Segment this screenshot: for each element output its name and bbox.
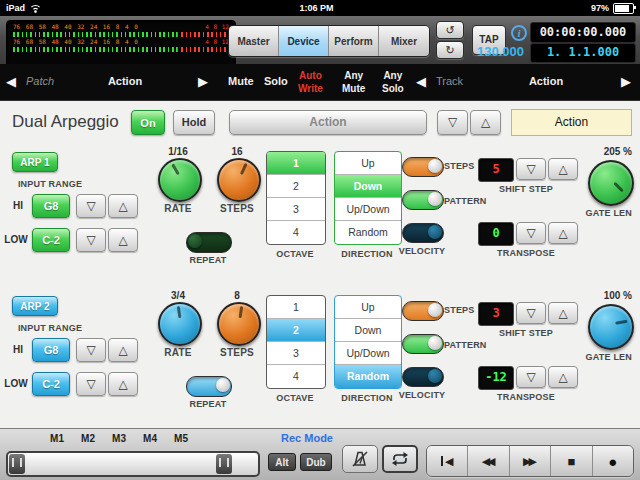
gate-length-knob[interactable] bbox=[588, 160, 634, 206]
arp1-select-button[interactable]: ARP 1 bbox=[12, 152, 58, 172]
transpose-decrement-button[interactable]: ▽ bbox=[516, 222, 546, 244]
track-action-menu[interactable]: Action bbox=[476, 75, 616, 87]
rewind-button[interactable]: ◀◀ bbox=[468, 446, 509, 476]
steps-knob[interactable] bbox=[217, 158, 261, 202]
wifi-icon bbox=[29, 3, 42, 13]
steps-toggle[interactable] bbox=[402, 301, 444, 321]
status-left: iPad bbox=[6, 3, 42, 13]
hi-note-button[interactable]: G8 bbox=[32, 338, 70, 362]
arp2-select-button[interactable]: ARP 2 bbox=[12, 296, 58, 316]
rate-knob[interactable] bbox=[158, 158, 202, 202]
low-increment-button[interactable]: △ bbox=[108, 372, 138, 396]
undo-button[interactable]: ↺ bbox=[436, 21, 464, 39]
direction-option-updown[interactable]: Up/Down bbox=[335, 198, 401, 221]
marker-m4-button[interactable]: M4 bbox=[137, 433, 163, 444]
record-button[interactable]: ● bbox=[593, 446, 633, 476]
transpose-label: TRANSPOSE bbox=[470, 392, 582, 402]
repeat-toggle[interactable] bbox=[186, 376, 232, 397]
marker-m3-button[interactable]: M3 bbox=[106, 433, 132, 444]
rate-label: RATE bbox=[148, 203, 208, 214]
any-solo-line1: Any bbox=[382, 69, 404, 82]
rec-alt-button[interactable]: Alt bbox=[268, 453, 296, 471]
direction-option-down[interactable]: Down bbox=[335, 319, 401, 342]
shift-step-increment-button[interactable]: △ bbox=[548, 302, 578, 324]
transpose-increment-button[interactable]: △ bbox=[548, 222, 578, 244]
action-supercontrol-button[interactable]: Action bbox=[511, 109, 632, 136]
pattern-toggle[interactable] bbox=[402, 190, 444, 210]
octave-option-4[interactable]: 4 bbox=[267, 221, 325, 244]
hi-increment-button[interactable]: △ bbox=[108, 194, 138, 218]
action-increment-button[interactable]: △ bbox=[470, 110, 501, 135]
octave-option-1[interactable]: 1 bbox=[267, 152, 325, 175]
mute-button[interactable]: Mute bbox=[228, 75, 254, 87]
rate-knob[interactable] bbox=[158, 302, 202, 346]
track-label: Track bbox=[436, 75, 463, 87]
rec-dub-button[interactable]: Dub bbox=[300, 453, 332, 471]
tab-master[interactable]: Master bbox=[229, 26, 279, 56]
scrubber-left-handle[interactable] bbox=[9, 454, 25, 474]
loop-button[interactable] bbox=[382, 445, 418, 473]
low-increment-button[interactable]: △ bbox=[108, 228, 138, 252]
any-solo-button[interactable]: Any Solo bbox=[382, 69, 404, 95]
auto-write-button[interactable]: Auto Write bbox=[298, 69, 323, 95]
marker-m1-button[interactable]: M1 bbox=[44, 433, 70, 444]
velocity-toggle[interactable] bbox=[402, 223, 444, 243]
steps-toggle[interactable] bbox=[402, 157, 444, 177]
hi-note-button[interactable]: G8 bbox=[32, 194, 70, 218]
transpose-increment-button[interactable]: △ bbox=[548, 366, 578, 388]
hi-increment-button[interactable]: △ bbox=[108, 338, 138, 362]
fast-forward-button[interactable]: ▶▶ bbox=[510, 446, 551, 476]
low-note-button[interactable]: C-2 bbox=[32, 228, 70, 252]
tab-mixer[interactable]: Mixer bbox=[379, 26, 429, 56]
tab-perform[interactable]: Perform bbox=[329, 26, 379, 56]
patch-next-button[interactable]: ▶ bbox=[198, 74, 208, 90]
steps-knob[interactable] bbox=[217, 302, 261, 346]
direction-option-up[interactable]: Up bbox=[335, 296, 401, 319]
octave-option-1[interactable]: 1 bbox=[267, 296, 325, 319]
direction-option-updown[interactable]: Up/Down bbox=[335, 342, 401, 365]
redo-button[interactable]: ↻ bbox=[436, 41, 464, 59]
shift-step-increment-button[interactable]: △ bbox=[548, 158, 578, 180]
repeat-toggle[interactable] bbox=[186, 232, 232, 253]
tab-device[interactable]: Device bbox=[279, 26, 329, 56]
marker-m5-button[interactable]: M5 bbox=[168, 433, 194, 444]
patch-prev-button[interactable]: ◀ bbox=[6, 74, 16, 90]
transpose-decrement-button[interactable]: ▽ bbox=[516, 366, 546, 388]
direction-option-up[interactable]: Up bbox=[335, 152, 401, 175]
track-prev-button[interactable]: ◀ bbox=[416, 74, 426, 90]
low-note-button[interactable]: C-2 bbox=[32, 372, 70, 396]
info-button[interactable]: i bbox=[511, 25, 527, 41]
direction-option-random[interactable]: Random bbox=[335, 365, 401, 388]
shift-step-decrement-button[interactable]: ▽ bbox=[516, 158, 546, 180]
octave-option-3[interactable]: 3 bbox=[267, 342, 325, 365]
arpeggio-on-button[interactable]: On bbox=[131, 110, 165, 135]
patch-action-menu[interactable]: Action bbox=[60, 75, 190, 87]
hold-button[interactable]: Hold bbox=[173, 110, 215, 135]
low-decrement-button[interactable]: ▽ bbox=[76, 228, 106, 252]
pattern-toggle[interactable] bbox=[402, 334, 444, 354]
action-decrement-button[interactable]: ▽ bbox=[437, 110, 468, 135]
hi-decrement-button[interactable]: ▽ bbox=[76, 194, 106, 218]
hi-decrement-button[interactable]: ▽ bbox=[76, 338, 106, 362]
action-dropdown[interactable]: Action bbox=[229, 110, 427, 135]
gate-length-knob[interactable] bbox=[588, 304, 634, 350]
low-decrement-button[interactable]: ▽ bbox=[76, 372, 106, 396]
marker-m2-button[interactable]: M2 bbox=[75, 433, 101, 444]
song-scrubber[interactable] bbox=[6, 451, 260, 477]
direction-option-down[interactable]: Down bbox=[335, 175, 401, 198]
metronome-mute-button[interactable] bbox=[342, 445, 378, 473]
skip-to-start-button[interactable]: ◀ bbox=[427, 446, 468, 476]
direction-option-random[interactable]: Random bbox=[335, 221, 401, 244]
down-triangle-icon: ▽ bbox=[86, 377, 95, 391]
octave-option-3[interactable]: 3 bbox=[267, 198, 325, 221]
shift-step-decrement-button[interactable]: ▽ bbox=[516, 302, 546, 324]
any-mute-button[interactable]: Any Mute bbox=[342, 69, 365, 95]
solo-button[interactable]: Solo bbox=[264, 75, 288, 87]
octave-option-2[interactable]: 2 bbox=[267, 175, 325, 198]
scrubber-right-handle[interactable] bbox=[216, 454, 232, 474]
octave-option-2[interactable]: 2 bbox=[267, 319, 325, 342]
track-next-button[interactable]: ▶ bbox=[621, 74, 631, 90]
stop-button[interactable]: ■ bbox=[551, 446, 592, 476]
velocity-toggle[interactable] bbox=[402, 367, 444, 387]
octave-option-4[interactable]: 4 bbox=[267, 365, 325, 388]
